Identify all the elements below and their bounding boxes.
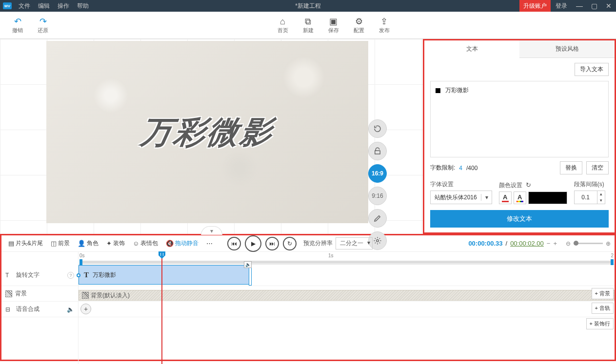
text-color-button[interactable]: A (499, 192, 512, 204)
range-bar[interactable] (79, 261, 614, 264)
menu-file[interactable]: 文件 (15, 2, 34, 10)
loop-button[interactable]: ↻ (283, 237, 297, 250)
sparkle-icon: ✦ (106, 240, 112, 247)
tool-headtail[interactable]: ▤片头&片尾 (5, 239, 46, 248)
text-color-multi-button[interactable]: A (514, 192, 526, 204)
tool-emoji[interactable]: ☺表情包 (130, 239, 161, 248)
add-voice-button[interactable]: + (80, 304, 91, 314)
ruler-label: 0s (79, 253, 85, 258)
text-item-label: 万彩微影 (445, 86, 469, 95)
text-clip[interactable]: T 万彩微影 🔈 (79, 265, 252, 285)
play-button[interactable]: ▶ (245, 235, 261, 252)
save-button[interactable]: ▣保存 (321, 16, 346, 34)
tab-text[interactable]: 文本 (424, 40, 519, 58)
zoom-in-button[interactable]: ⊕ (606, 240, 611, 247)
menu-edit[interactable]: 编辑 (34, 2, 54, 10)
home-icon: ⌂ (280, 16, 285, 27)
text-clip-label: 万彩微影 (93, 271, 116, 279)
lock-button[interactable] (368, 142, 387, 160)
hatch-icon (82, 292, 89, 299)
playhead[interactable] (161, 252, 162, 364)
clear-button[interactable]: 清空 (586, 161, 609, 174)
res-select[interactable]: 二分之一 (336, 237, 373, 249)
add-audio-button[interactable]: + 音轨 (592, 303, 614, 314)
smile-icon: ☺ (133, 240, 139, 247)
bg-clip[interactable]: 背景(默认淡入) (79, 290, 615, 301)
char-total: /400 (466, 165, 477, 172)
zoom-slider[interactable] (574, 243, 603, 244)
time-plus[interactable]: + (553, 240, 557, 247)
color-swatch[interactable] (528, 192, 567, 204)
tool-label: 角色 (87, 239, 99, 248)
menu-help[interactable]: 帮助 (73, 2, 93, 10)
tool-more[interactable]: ⋯ (203, 240, 216, 247)
hatch-icon (5, 290, 12, 297)
gear-icon: ⚙ (355, 16, 363, 27)
refresh-icon[interactable]: ↻ (526, 181, 531, 189)
more-icon: ⋯ (206, 240, 213, 247)
redo-label: 还原 (38, 27, 48, 34)
tool-drag-mute[interactable]: 🔇拖动静音 (163, 239, 201, 248)
total-time[interactable]: 00:00:02.00 (510, 240, 544, 247)
volume-icon[interactable]: 🔈 (67, 306, 74, 313)
timeline-tracks[interactable]: 0s 1s 2 T 万彩微影 🔈 背景(默认淡入) (79, 252, 615, 364)
new-icon: ⧉ (305, 16, 311, 27)
tool-role[interactable]: 👤角色 (75, 239, 101, 248)
maximize-button[interactable]: ▢ (587, 2, 601, 10)
import-text-button[interactable]: 导入文本 (575, 63, 609, 76)
time-minus[interactable]: − (547, 240, 551, 247)
res-value: 二分之一 (340, 240, 363, 247)
home-button[interactable]: ⌂首页 (270, 16, 296, 34)
publish-label: 发布 (379, 27, 390, 34)
config-button[interactable]: ⚙配置 (346, 16, 372, 34)
home-label: 首页 (278, 27, 288, 34)
ruler-label: 2 (611, 253, 614, 258)
edit-canvas-button[interactable] (368, 209, 387, 228)
gear-icon (373, 236, 382, 245)
person-icon: 👤 (78, 240, 85, 247)
spin-up-icon[interactable]: ▲ (597, 191, 605, 197)
current-time: 00:00:00.33 (468, 240, 502, 247)
font-select[interactable]: 站酷快乐体2016 ▾ (430, 191, 492, 204)
clip-sound-icon[interactable]: 🔈 (244, 261, 252, 268)
clip-handle-left[interactable] (77, 273, 80, 277)
canvas-frame[interactable]: 万彩微影 (46, 41, 368, 223)
clip-handle-right[interactable] (249, 265, 252, 286)
text-list[interactable]: 万彩微影 (430, 81, 609, 157)
toolbar: ↶撤销 ↷还原 ⌂首页 ⧉新建 ▣保存 ⚙配置 ⇪发布 (0, 12, 616, 39)
upgrade-button[interactable]: 升级账户 (519, 0, 551, 12)
undo-button[interactable]: ↶撤销 (5, 16, 30, 34)
zoom-out-button[interactable]: ⊖ (566, 240, 571, 247)
redo-button[interactable]: ↷还原 (30, 16, 56, 34)
close-button[interactable]: ✕ (601, 2, 616, 10)
lock-icon (373, 147, 382, 155)
help-icon[interactable]: ? (67, 272, 74, 279)
tab-preset-style[interactable]: 预设风格 (519, 40, 615, 58)
add-decor-row-button[interactable]: + 装饰行 (586, 318, 614, 329)
ratio-16-9-button[interactable]: 16:9 (368, 164, 387, 183)
speaker-icon: ⊟ (5, 306, 13, 313)
spin-down-icon[interactable]: ▼ (597, 197, 605, 204)
prev-button[interactable]: ⏮ (227, 237, 241, 250)
publish-button[interactable]: ⇪发布 (372, 16, 397, 34)
app-logo: MV (3, 2, 12, 9)
para-spinner[interactable]: 0.1 ▲▼ (574, 191, 605, 204)
ratio-9-16-button[interactable]: 9:16 (368, 187, 387, 205)
layers-icon: ◫ (51, 240, 57, 247)
apply-text-button[interactable]: 修改文本 (430, 210, 609, 228)
add-bg-button[interactable]: + 背景 (592, 288, 614, 299)
refresh-canvas-button[interactable] (368, 119, 387, 138)
font-value: 站酷快乐体2016 (431, 193, 481, 202)
canvas-area[interactable]: 万彩微影 16:9 9:16 ▾ (0, 39, 423, 234)
tool-decor[interactable]: ✦装饰 (103, 239, 128, 248)
next-button[interactable]: ⏭ (265, 237, 279, 250)
new-button[interactable]: ⧉新建 (296, 16, 321, 34)
menu-action[interactable]: 操作 (54, 2, 73, 10)
replace-button[interactable]: 替换 (560, 161, 582, 174)
save-icon: ▣ (329, 16, 338, 27)
minimize-button[interactable]: — (572, 2, 587, 10)
tool-foreground[interactable]: ◫前景 (48, 239, 73, 248)
canvas-text[interactable]: 万彩微影 (138, 111, 277, 153)
login-button[interactable]: 登录 (551, 2, 572, 10)
text-item[interactable]: 万彩微影 (436, 86, 603, 95)
